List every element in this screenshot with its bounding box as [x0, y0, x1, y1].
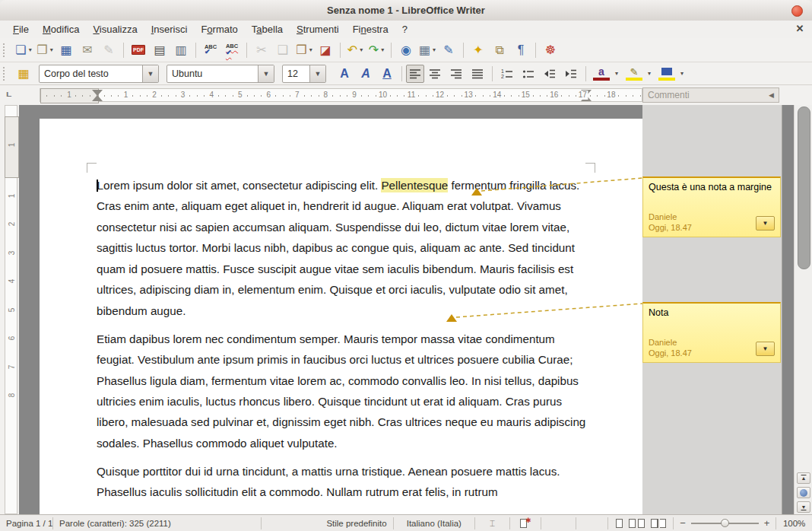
zoom-in-icon[interactable]: + [764, 517, 770, 529]
align-center-button[interactable] [424, 65, 446, 83]
menu-modifica[interactable]: Modifica [36, 22, 86, 37]
left-indent-marker[interactable] [92, 95, 103, 101]
comment-note[interactable]: Nota Daniele Oggi, 18.47 ▼ [642, 302, 781, 363]
paragraph-1[interactable]: Lorem ipsum dolor sit amet, consectetur … [97, 175, 588, 321]
ordered-list-button[interactable]: 12 [496, 65, 518, 83]
font-color-button[interactable]: a [590, 65, 613, 83]
next-page-button[interactable]: ▼ [797, 501, 810, 513]
document-modified-indicator[interactable]: ✱ [510, 517, 541, 529]
print-button[interactable]: ▤ [149, 41, 170, 59]
justify-button[interactable] [467, 65, 488, 83]
align-right-button[interactable] [446, 65, 467, 83]
comment-menu-button[interactable]: ▼ [756, 216, 775, 231]
vertical-ruler[interactable]: 112345678 [0, 105, 19, 514]
navigation-button[interactable] [797, 487, 810, 498]
tab-stop-selector[interactable]: L [6, 90, 11, 98]
font-size-combo[interactable]: 12 ▼ [282, 65, 326, 83]
chevron-down-icon[interactable]: ▾ [50, 46, 53, 53]
comment-text[interactable]: Questa è una nota a margine [649, 182, 776, 192]
chevron-down-icon[interactable]: ▾ [680, 70, 684, 77]
chevron-down-icon[interactable]: ▼ [142, 65, 158, 82]
titlebar[interactable]: Senza nome 1 - LibreOffice Writer [0, 0, 812, 21]
decrease-indent-button[interactable] [539, 65, 560, 83]
zoom-knob[interactable] [721, 519, 729, 527]
spelling-button[interactable]: ABC [200, 41, 221, 59]
print-preview-button[interactable]: ▥ [170, 41, 192, 59]
chevron-down-icon[interactable]: ▼ [309, 65, 325, 82]
auto-spellcheck-button[interactable]: ABC [221, 41, 243, 59]
menu-tabella[interactable]: Tabella [245, 22, 290, 37]
toolbar-grip[interactable] [3, 67, 10, 81]
navigator-button[interactable]: ✦ [468, 41, 489, 59]
font-name-combo[interactable]: Ubuntu ▼ [167, 65, 274, 83]
styles-button[interactable]: ▦ [13, 65, 34, 83]
chevron-down-icon[interactable]: ▾ [29, 46, 32, 53]
paragraph-3[interactable]: Quisque porttitor dui id urna tincidunt,… [97, 461, 588, 503]
clone-formatting-button[interactable]: ◪ [315, 41, 336, 59]
single-page-view-icon[interactable] [616, 519, 623, 528]
align-left-button[interactable] [406, 65, 424, 83]
increase-indent-button[interactable] [560, 65, 582, 83]
paragraph-style-combo[interactable]: Corpo del testo ▼ [39, 65, 159, 83]
open-button[interactable]: ❐▾ [34, 41, 56, 59]
chevron-down-icon[interactable]: ▾ [648, 70, 651, 77]
gallery-button[interactable]: ⧉ [489, 41, 510, 59]
chevron-down-icon[interactable]: ▾ [381, 46, 384, 53]
comment-menu-button[interactable]: ▼ [756, 342, 775, 356]
comments-header-button[interactable]: Commenti ◀ [642, 87, 779, 103]
undo-button[interactable]: ↶▾ [344, 41, 366, 59]
new-document-button[interactable]: ❏▾ [13, 41, 34, 59]
help-button[interactable]: ☸ [540, 41, 561, 59]
document-page[interactable]: Lorem ipsum dolor sit amet, consectetur … [40, 119, 642, 514]
menu-finestra[interactable]: Finestra [346, 22, 395, 37]
page-style[interactable]: Stile predefinito [320, 517, 393, 529]
document-text[interactable]: Lorem ipsum dolor sit amet, consectetur … [97, 175, 588, 510]
zoom-percentage[interactable]: 100% [776, 517, 812, 529]
text-language[interactable]: Italiano (Italia) [394, 517, 475, 529]
menu-strumenti[interactable]: Strumenti [290, 22, 346, 37]
paste-button[interactable]: ❒▾ [293, 41, 315, 59]
comment-note[interactable]: Questa è una nota a margine Daniele Oggi… [642, 176, 781, 237]
table-button[interactable]: ▦▾ [417, 41, 438, 59]
export-pdf-button[interactable]: PDF [128, 41, 149, 59]
paragraph-2[interactable]: Etiam dapibus lorem nec condimentum semp… [97, 329, 588, 454]
hyperlink-button[interactable]: ◉ [395, 41, 417, 59]
bold-button[interactable]: A [334, 65, 355, 83]
menu-?[interactable]: ? [395, 22, 414, 37]
chevron-down-icon[interactable]: ▾ [433, 46, 436, 53]
save-button[interactable]: ▦ [56, 41, 77, 59]
chevron-down-icon[interactable]: ▾ [615, 70, 618, 77]
section-cell[interactable] [576, 517, 608, 529]
zoom-out-icon[interactable]: − [680, 517, 686, 529]
redo-button[interactable]: ↷▾ [366, 41, 387, 59]
menu-formato[interactable]: Formato [194, 22, 244, 37]
email-button[interactable]: ✉ [77, 41, 98, 59]
comment-text[interactable]: Nota [649, 307, 776, 318]
formatting-marks-button[interactable]: ¶ [510, 41, 531, 59]
chevron-down-icon[interactable]: ▾ [360, 46, 363, 53]
background-color-button[interactable] [655, 65, 678, 83]
page-count[interactable]: Pagina 1 / 1 [0, 517, 53, 529]
zoom-slider[interactable]: − + [674, 517, 776, 529]
insert-mode-toggle[interactable]: ⌶ [475, 517, 510, 529]
draw-functions-button[interactable]: ✎ [438, 41, 459, 59]
scrollbar-thumb[interactable] [798, 107, 810, 269]
word-count[interactable]: Parole (caratteri): 325 (2211) [53, 517, 262, 529]
close-document-icon[interactable]: ✕ [794, 23, 806, 34]
menu-file[interactable]: File [6, 22, 36, 37]
chevron-down-icon[interactable]: ▼ [258, 65, 274, 82]
horizontal-ruler[interactable]: 1123456789101112131415161718 [40, 88, 642, 102]
menu-visualizza[interactable]: Visualizza [86, 22, 144, 37]
toolbar-grip[interactable] [3, 43, 10, 57]
window-close-button[interactable] [791, 5, 803, 17]
multi-page-view-icon[interactable] [628, 519, 645, 528]
previous-page-button[interactable]: ▲ [797, 472, 810, 484]
zoom-track[interactable] [691, 523, 759, 524]
menu-inserisci[interactable]: Inserisci [144, 22, 195, 37]
signature-cell[interactable] [541, 517, 576, 529]
underline-button[interactable]: A [376, 65, 398, 83]
highlighted-word[interactable]: Pellentesque [381, 178, 448, 192]
italic-button[interactable]: A [355, 65, 376, 83]
bullet-list-button[interactable] [518, 65, 539, 83]
highlight-color-button[interactable]: ✎ [623, 65, 645, 83]
